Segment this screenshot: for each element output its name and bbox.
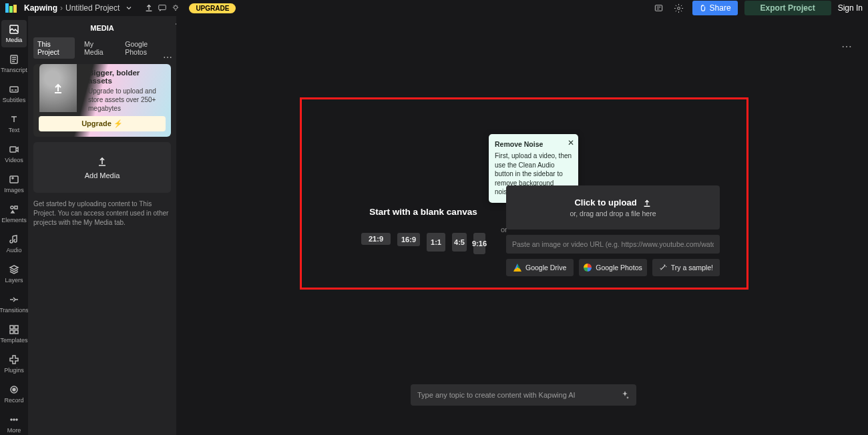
rail-label: Transitions <box>0 307 29 314</box>
svg-rect-8 <box>10 176 18 183</box>
upgrade-pill-button[interactable]: UPGRADE <box>189 3 236 13</box>
rail-label: Templates <box>0 337 27 344</box>
add-media-button[interactable]: Add Media <box>33 142 171 193</box>
rail-item-media[interactable]: Media <box>1 20 27 47</box>
rail-item-transcript[interactable]: Transcript <box>1 50 27 77</box>
project-name[interactable]: Untitled Project <box>65 3 120 13</box>
rail-item-text[interactable]: Text <box>1 110 27 137</box>
svg-rect-11 <box>15 206 17 209</box>
left-rail: Media Transcript Subtitles Text Videos I… <box>0 16 28 435</box>
comment-icon[interactable] <box>156 1 169 15</box>
rail-item-elements[interactable]: Elements <box>1 200 27 228</box>
record-icon <box>9 384 19 395</box>
try-sample-button[interactable]: Try a sample! <box>652 259 720 276</box>
tab-this-project[interactable]: This Project <box>33 37 75 59</box>
svg-point-9 <box>12 177 13 179</box>
rail-item-record[interactable]: Record <box>1 380 27 408</box>
upload-column: Click to upload or, drag and drop a file… <box>506 185 720 276</box>
media-icon <box>9 24 19 35</box>
panel-title: MEDIA <box>33 21 171 37</box>
plugins-icon <box>9 354 19 365</box>
svg-point-10 <box>11 206 13 209</box>
panel-resize-handle[interactable] <box>175 226 178 240</box>
brand-name[interactable]: Kapwing <box>24 3 57 13</box>
ratio-4-5[interactable]: 4:5 <box>452 233 467 252</box>
settings-gear-icon[interactable] <box>672 1 686 15</box>
images-icon <box>9 174 19 185</box>
svg-rect-13 <box>15 326 18 329</box>
rail-label: Subtitles <box>3 97 26 103</box>
svg-point-17 <box>13 388 15 391</box>
rail-item-images[interactable]: Images <box>1 170 27 197</box>
gdrive-label: Google Drive <box>525 264 566 272</box>
rail-label: More <box>7 427 21 434</box>
rail-item-videos[interactable]: Videos <box>1 140 27 167</box>
rail-item-layers[interactable]: Layers <box>1 260 27 288</box>
export-project-button[interactable]: Export Project <box>744 1 831 15</box>
lightbulb-icon[interactable] <box>169 1 182 15</box>
media-url-input[interactable] <box>506 235 720 254</box>
templates-icon <box>9 324 19 335</box>
top-bar: Kapwing › Untitled Project UPGRADE Share… <box>0 0 868 16</box>
upload-title: Click to upload <box>574 197 636 207</box>
upload-icon[interactable] <box>142 1 156 15</box>
spark-icon[interactable] <box>620 390 630 400</box>
rail-item-subtitles[interactable]: Subtitles <box>1 80 27 107</box>
rail-label: Text <box>9 127 20 133</box>
rail-label: Media <box>6 37 23 43</box>
canvas-more-icon[interactable]: ⋯ <box>841 40 853 53</box>
upgrade-promo-card: Bigger, bolder assets Upgrade to upload … <box>33 64 171 137</box>
rail-label: Elements <box>1 217 27 224</box>
rail-item-transitions[interactable]: Transitions <box>1 290 27 318</box>
elements-icon <box>9 204 19 215</box>
wand-icon <box>659 264 667 272</box>
google-photos-button[interactable]: Google Photos <box>579 259 646 276</box>
rail-item-templates[interactable]: Templates <box>1 320 27 348</box>
svg-rect-14 <box>10 330 13 334</box>
ai-prompt-input[interactable] <box>417 391 620 399</box>
panel-help-text: Get started by uploading content to This… <box>33 199 171 228</box>
ratio-16-9[interactable]: 16:9 <box>397 233 420 246</box>
more-icon <box>9 414 19 425</box>
gphotos-label: Google Photos <box>596 264 642 272</box>
ratio-9-16[interactable]: 9:16 <box>473 233 485 254</box>
rail-label: Plugins <box>4 367 24 374</box>
share-label: Share <box>710 3 731 13</box>
ratio-1-1[interactable]: 1:1 <box>427 233 445 252</box>
rail-item-audio[interactable]: Audio <box>1 230 27 258</box>
svg-rect-2 <box>655 5 662 10</box>
google-photos-icon <box>584 264 592 272</box>
svg-rect-7 <box>10 147 16 152</box>
google-drive-button[interactable]: Google Drive <box>506 259 574 276</box>
svg-point-18 <box>11 419 12 420</box>
media-panel: MEDIA ⋯ This Project My Media Google Pho… <box>28 16 176 435</box>
ratio-21-9[interactable]: 21:9 <box>361 233 391 245</box>
tooltip-close-icon[interactable]: ✕ <box>568 137 574 148</box>
notifications-icon[interactable] <box>652 1 666 15</box>
rail-item-plugins[interactable]: Plugins <box>1 350 27 378</box>
text-icon <box>9 114 19 125</box>
logo-icon[interactable] <box>5 3 19 13</box>
svg-point-3 <box>678 7 680 9</box>
promo-upgrade-button[interactable]: Upgrade ⚡ <box>39 116 166 131</box>
upload-dropzone[interactable]: Click to upload or, drag and drop a file… <box>506 185 720 230</box>
tab-my-media[interactable]: My Media <box>80 37 116 59</box>
rail-label: Layers <box>5 277 23 284</box>
svg-rect-0 <box>159 5 166 10</box>
sign-in-link[interactable]: Sign In <box>838 3 863 13</box>
videos-icon <box>9 144 19 155</box>
blank-canvas-title: Start with a blank canvas <box>337 207 510 217</box>
rail-item-more[interactable]: More <box>1 410 27 435</box>
svg-rect-6 <box>10 87 18 92</box>
ai-prompt-bar[interactable] <box>411 384 636 406</box>
project-menu-chevron-icon[interactable] <box>122 1 136 15</box>
share-button[interactable]: Share <box>692 1 738 15</box>
panel-more-icon[interactable]: ⋯ <box>163 52 172 63</box>
svg-point-19 <box>13 419 15 420</box>
sample-label: Try a sample! <box>671 264 713 272</box>
svg-rect-15 <box>15 330 18 334</box>
add-media-label: Add Media <box>85 171 120 179</box>
upload-icon <box>96 155 108 167</box>
svg-rect-12 <box>10 326 13 329</box>
aspect-ratios: 21:9 16:9 1:1 4:5 9:16 <box>337 233 510 254</box>
